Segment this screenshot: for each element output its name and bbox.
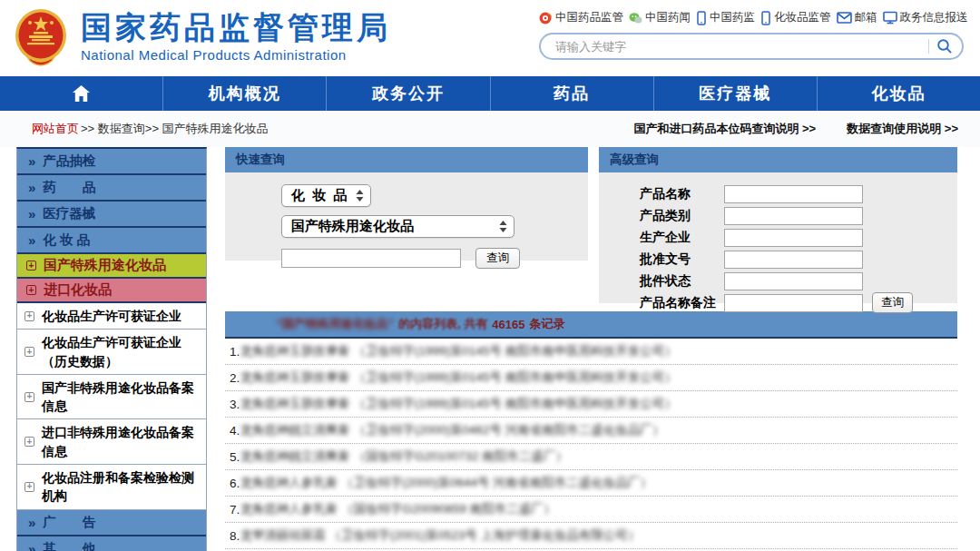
search-panels: 快速查询 化 妆 品 国产特殊用途化妆品 查询 — [225, 147, 957, 303]
nav-tab-organization[interactable]: 机构概况 — [163, 76, 327, 111]
name-remark-input[interactable] — [724, 294, 863, 312]
sidebar-item-medical-devices[interactable]: » 医疗器械 — [17, 202, 206, 228]
approval-number-input[interactable] — [724, 251, 863, 269]
quick-search-row: 查询 — [281, 248, 588, 269]
result-row[interactable]: 4. 龙角痣神靓立清爽膏 （卫妆特字(2000)第0462号 河南省南阳市二盛化… — [225, 418, 957, 444]
barcode-help-link[interactable]: 国产和进口药品本位码查询说明 >> — [633, 121, 816, 137]
results-header-middle: 的内容列表, 共有 — [398, 316, 487, 332]
plus-box-icon: + — [26, 285, 36, 295]
double-chevron-icon: » — [28, 180, 35, 195]
plus-box-icon: + — [24, 392, 34, 402]
sidebar-item-imported-nonspecial-filing[interactable]: + 进口非特殊用途化妆品备案信息 — [17, 419, 206, 465]
quick-search-title: 快速查询 — [225, 147, 588, 172]
page: 国家药品监督管理局 National Medical Products Admi… — [0, 0, 980, 551]
nav-tab-drugs[interactable]: 药品 — [491, 76, 654, 111]
search-input[interactable] — [555, 40, 928, 54]
breadcrumb-bar: 网站首页 >> 数据查询>> 国产特殊用途化妆品 国产和进口药品本位码查询说明 … — [0, 111, 980, 147]
sidebar-item-drugs[interactable]: » 药 品 — [17, 175, 206, 202]
link-cosmetics-app[interactable]: 化妆品监管 — [760, 10, 831, 25]
quick-search-body: 化 妆 品 国产特殊用途化妆品 查询 — [225, 172, 588, 261]
manufacturer-input[interactable] — [724, 229, 863, 247]
phone-icon — [696, 11, 707, 25]
site-search — [539, 33, 964, 60]
nav-tab-gov-disclosure[interactable]: 政务公开 — [327, 76, 490, 111]
quick-keyword-input[interactable] — [281, 249, 461, 268]
phone-icon — [760, 11, 771, 25]
result-row[interactable]: 2. 龙角痣神玉肤按摩膏 （卫妆特字(1999)第0145号 南阳市南申医用科技… — [225, 365, 957, 391]
field-row-manufacturer: 生产企业 — [640, 228, 957, 247]
result-row[interactable]: 7. 龙角痣神人参乳膏 （国妆特字G20090859 南阳市二盛厂） — [225, 497, 957, 523]
category-select[interactable]: 化 妆 品 — [281, 184, 371, 207]
plus-box-icon: + — [24, 482, 34, 492]
results-header: “国产特殊用途化妆品” 的内容列表, 共有 46165 条记录 — [225, 311, 957, 339]
link-mobile-app[interactable]: 中国药监 — [696, 10, 755, 25]
sidebar-item-inspection-agencies[interactable]: + 化妆品注册和备案检验检测机构 — [17, 465, 206, 510]
weibo-icon — [539, 11, 553, 25]
field-row-name-remark: 产品名称备注 查询 — [640, 293, 957, 312]
quick-search-button[interactable]: 查询 — [475, 248, 520, 269]
site-header: 国家药品监督管理局 National Medical Products Admi… — [0, 0, 980, 76]
link-mailbox[interactable]: 邮箱 — [837, 10, 877, 25]
site-subtitle: National Medical Products Administration — [81, 47, 391, 63]
product-category-input[interactable] — [724, 207, 863, 225]
select-arrows-icon — [356, 190, 364, 202]
search-divider — [928, 39, 929, 54]
approval-status-input[interactable] — [724, 272, 863, 290]
field-row-approval-number: 批准文号 — [640, 250, 957, 269]
result-row[interactable]: 8. 龙苹清丽祛斑霜 （卫妆特字(2001)第0523号 上海护理康化妆品有限公… — [225, 523, 957, 549]
link-gov-info[interactable]: 政务信息报送 — [883, 10, 968, 25]
site-title: 国家药品监督管理局 — [81, 10, 391, 45]
results-list-name: “国产特殊用途化妆品” — [276, 316, 394, 332]
advanced-search-panel: 高级查询 产品名称 产品类别 生产企业 — [599, 147, 957, 303]
sidebar-item-domestic-nonspecial-filing[interactable]: + 国产非特殊用途化妆品备案信息 — [17, 375, 206, 420]
header-right: 中国药品监管 中国药闻 中国药监 化妆品监管 邮箱 — [539, 8, 964, 60]
plus-box-icon: + — [24, 311, 34, 321]
select-arrows-icon — [499, 221, 507, 232]
double-chevron-icon: » — [28, 153, 35, 169]
link-weibo[interactable]: 中国药品监管 — [539, 10, 623, 25]
result-row[interactable]: 6. 龙角痣神人参乳膏 （卫妆特字(2000)第0644号 河南省南阳市二盛化妆… — [225, 470, 957, 497]
double-chevron-icon: » — [28, 541, 35, 551]
double-chevron-icon: » — [28, 232, 35, 248]
query-help-link[interactable]: 数据查询使用说明 >> — [847, 121, 958, 137]
breadcrumb-home-link[interactable]: 网站首页 — [32, 121, 79, 137]
results-section: “国产特殊用途化妆品” 的内容列表, 共有 46165 条记录 1. 龙角痣神玉… — [225, 311, 957, 549]
mail-icon — [837, 12, 852, 24]
result-row[interactable]: 5. 龙角痣神靓立清爽膏 （国妆特字G20100732 南阳市二盛厂） — [225, 444, 957, 470]
sidebar: » 产品抽检 » 药 品 » 医疗器械 » 化 妆 品 + 国产特殊用途化妆品 … — [16, 147, 207, 551]
nav-tab-medical-devices[interactable]: 医疗器械 — [654, 76, 818, 111]
product-name-input[interactable] — [724, 185, 863, 203]
link-wechat[interactable]: 中国药闻 — [629, 10, 691, 25]
sidebar-item-product-sampling[interactable]: » 产品抽检 — [17, 149, 206, 175]
sidebar-item-advertising[interactable]: » 广 告 — [17, 510, 206, 536]
double-chevron-icon: » — [28, 515, 35, 530]
result-row[interactable]: 1. 龙角痣神玉肤按摩膏 （卫妆特字(1999)第0145号 南阳市南申医用科技… — [225, 339, 957, 365]
field-row-approval-status: 批件状态 — [640, 271, 957, 290]
type-select[interactable]: 国产特殊用途化妆品 — [281, 215, 514, 238]
sidebar-item-others[interactable]: » 其 他 — [17, 536, 206, 551]
top-links: 中国药品监管 中国药闻 中国药监 化妆品监管 邮箱 — [539, 10, 964, 25]
result-row[interactable]: 3. 龙角痣神玉肤按摩膏 （卫妆特字(1999)第0145号 南阳市南申医用科技… — [225, 391, 957, 418]
sidebar-item-imported-cosmetics[interactable]: + 进口化妆品 — [17, 279, 206, 303]
main-nav: 机构概况 政务公开 药品 医疗器械 化妆品 — [0, 76, 980, 111]
national-emblem-logo — [14, 8, 68, 66]
nav-tab-cosmetics[interactable]: 化妆品 — [818, 76, 980, 111]
field-row-product-name: 产品名称 — [640, 184, 957, 203]
wechat-icon — [629, 12, 642, 25]
sidebar-item-license-enterprises[interactable]: + 化妆品生产许可获证企业 — [17, 303, 206, 330]
breadcrumb-right-links: 国产和进口药品本位码查询说明 >> 数据查询使用说明 >> — [633, 121, 958, 137]
results-count-suffix: 条记录 — [529, 316, 564, 332]
home-icon — [72, 84, 91, 103]
main-area: 快速查询 化 妆 品 国产特殊用途化妆品 查询 — [225, 147, 957, 549]
content: » 产品抽检 » 药 品 » 医疗器械 » 化 妆 品 + 国产特殊用途化妆品 … — [0, 147, 980, 551]
nav-home[interactable] — [0, 76, 163, 111]
search-icon — [936, 38, 953, 54]
quick-search-panel: 快速查询 化 妆 品 国产特殊用途化妆品 查询 — [225, 147, 588, 303]
sidebar-item-domestic-special-cosmetics-active[interactable]: + 国产特殊用途化妆品 — [17, 254, 206, 279]
sidebar-item-license-enterprises-history[interactable]: + 化妆品生产许可获证企业（历史数据） — [17, 330, 206, 375]
search-button[interactable] — [936, 38, 953, 54]
plus-box-icon: + — [24, 437, 34, 447]
breadcrumb-trail: >> 数据查询>> 国产特殊用途化妆品 — [81, 121, 269, 137]
sidebar-item-cosmetics[interactable]: » 化 妆 品 — [17, 228, 206, 254]
advanced-search-button[interactable]: 查询 — [872, 292, 913, 313]
